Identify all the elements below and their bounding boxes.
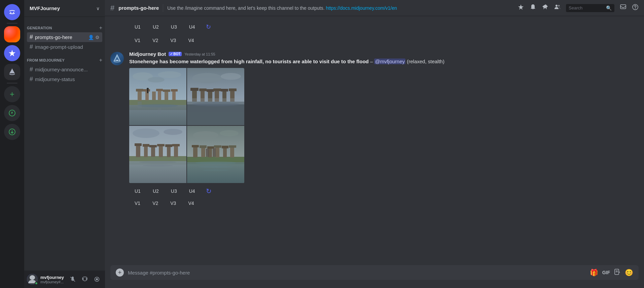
message-suffix: – [370, 59, 374, 64]
category-generation-add-icon[interactable]: + [99, 25, 102, 31]
btn-u4-top[interactable]: U4 [184, 22, 201, 32]
svg-rect-51 [221, 89, 228, 92]
btn-v1-top[interactable]: V1 [129, 35, 146, 46]
btn-v1[interactable]: V1 [129, 198, 146, 209]
message-group-midjourney: Midjourney Bot ✓ BOT Yesterday at 11:55 … [105, 50, 644, 211]
channel-item-prompts-go-here[interactable]: # prompts-go-here 👤 ⚙ [27, 32, 102, 42]
user-discriminator-label: mvfjourney#... [40, 280, 65, 284]
settings-button[interactable] [92, 274, 102, 285]
btn-u4[interactable]: U4 [184, 186, 201, 196]
svg-rect-55 [187, 104, 244, 125]
channel-sidebar: MVFJourney ∨ GENERATION + # prompts-go-h… [24, 0, 105, 288]
svg-rect-61 [129, 161, 186, 183]
stonehenge-image-grid[interactable] [129, 68, 244, 183]
svg-point-77 [193, 131, 218, 139]
server-icon-boat[interactable] [4, 64, 20, 80]
channel-hash-icon-4: # [30, 76, 33, 83]
svg-rect-67 [149, 145, 157, 147]
channel-item-image-prompt-upload[interactable]: # image-prompt-upload [27, 42, 102, 52]
server-icon-explore[interactable] [4, 105, 20, 121]
settings-icon[interactable]: ⚙ [95, 35, 100, 40]
message-content: Midjourney Bot ✓ BOT Yesterday at 11:55 … [129, 51, 639, 210]
svg-rect-66 [151, 146, 155, 157]
server-icon-star[interactable] [4, 45, 20, 61]
action-buttons-top-row1: U1 U2 U3 U4 ↻ [129, 22, 639, 32]
message-author: Midjourney Bot [129, 51, 166, 57]
channel-name-prompts: prompts-go-here [35, 34, 86, 40]
server-icon-download[interactable] [4, 124, 20, 140]
emoji-button[interactable]: 😊 [625, 268, 633, 277]
svg-rect-80 [187, 162, 244, 183]
inbox-icon[interactable] [620, 4, 627, 12]
channel-item-midjourney-announce[interactable]: # midjourney-announce... [27, 65, 102, 74]
image-cell-top-right[interactable] [187, 68, 244, 125]
username-label: mvfjourney [40, 275, 65, 280]
btn-refresh[interactable]: ↻ [202, 186, 216, 196]
main-content: # prompts-go-here Use the /imagine comma… [105, 0, 644, 288]
channel-item-midjourney-status[interactable]: # midjourney-status [27, 74, 102, 84]
btn-u3-top[interactable]: U3 [166, 22, 182, 32]
top-bar: # prompts-go-here Use the /imagine comma… [105, 0, 644, 16]
help-icon[interactable] [632, 4, 639, 12]
btn-refresh-top[interactable]: ↻ [202, 22, 215, 32]
btn-u1[interactable]: U1 [129, 186, 146, 196]
message-input-area: + Message #prompts-go-here 🎁 GIF 😊 [105, 265, 644, 288]
channel-name-announce: midjourney-announce... [35, 67, 100, 72]
svg-rect-64 [144, 145, 148, 157]
server-icon-discord-home[interactable] [4, 4, 20, 20]
svg-point-39 [192, 73, 222, 83]
gif-button[interactable]: GIF [602, 270, 610, 275]
svg-point-97 [202, 169, 229, 171]
server-icon-add[interactable]: + [4, 86, 20, 102]
channel-icons: 👤 ⚙ [88, 35, 100, 40]
messages-area[interactable]: U1 U2 U3 U4 ↻ V1 V2 V3 V4 [105, 16, 644, 265]
add-member-icon[interactable]: 👤 [88, 35, 94, 40]
svg-point-96 [199, 166, 232, 168]
btn-v2-top[interactable]: V2 [147, 35, 164, 46]
svg-rect-29 [156, 89, 163, 91]
btn-u3[interactable]: U3 [166, 186, 182, 196]
svg-rect-24 [136, 89, 143, 92]
btn-u2[interactable]: U2 [147, 186, 164, 196]
svg-point-14 [635, 8, 636, 9]
gift-button[interactable]: 🎁 [590, 268, 598, 277]
sticker-button[interactable] [614, 268, 621, 277]
image-cell-top-left[interactable] [129, 68, 186, 125]
server-header[interactable]: MVFJourney ∨ [24, 0, 105, 17]
svg-rect-28 [158, 90, 161, 100]
input-actions: 🎁 GIF 😊 [590, 268, 633, 277]
btn-v2[interactable]: V2 [147, 198, 164, 209]
message-input-field[interactable]: Message #prompts-go-here [128, 270, 586, 276]
svg-point-0 [7, 9, 17, 15]
btn-v3-top[interactable]: V3 [165, 35, 181, 46]
message-input-box: + Message #prompts-go-here 🎁 GIF 😊 [110, 265, 639, 280]
btn-u2-top[interactable]: U2 [147, 22, 164, 32]
deafen-button[interactable] [79, 274, 90, 285]
pin-icon[interactable] [542, 4, 548, 12]
bot-avatar-inner [110, 52, 124, 65]
mute-button[interactable] [67, 274, 78, 285]
search-box[interactable]: Search 🔍 [566, 4, 614, 12]
server-icon-gradient[interactable] [4, 26, 20, 42]
svg-point-10 [556, 5, 558, 7]
svg-rect-83 [201, 147, 205, 157]
boost-icon[interactable] [517, 4, 524, 12]
category-midjourney-add-icon[interactable]: + [99, 57, 102, 63]
svg-point-4 [12, 113, 13, 114]
top-bar-topic-link[interactable]: https://docs.midjourney.com/v1/en [326, 5, 397, 11]
btn-u1-top[interactable]: U1 [129, 22, 146, 32]
members-icon[interactable] [554, 4, 561, 12]
message-mention: @mvfjourney [374, 59, 405, 64]
svg-rect-88 [214, 145, 221, 148]
btn-v4[interactable]: V4 [183, 198, 199, 209]
input-add-button[interactable]: + [116, 268, 124, 277]
svg-point-74 [139, 161, 176, 164]
image-cell-bottom-right[interactable] [187, 126, 244, 183]
svg-rect-36 [138, 102, 142, 108]
btn-v4-top[interactable]: V4 [183, 35, 199, 46]
action-buttons-top-row2: V1 V2 V3 V4 [129, 35, 639, 46]
btn-v3[interactable]: V3 [165, 198, 181, 209]
svg-rect-47 [207, 89, 214, 92]
bell-icon[interactable] [530, 4, 536, 12]
image-cell-bottom-left[interactable] [129, 126, 186, 183]
